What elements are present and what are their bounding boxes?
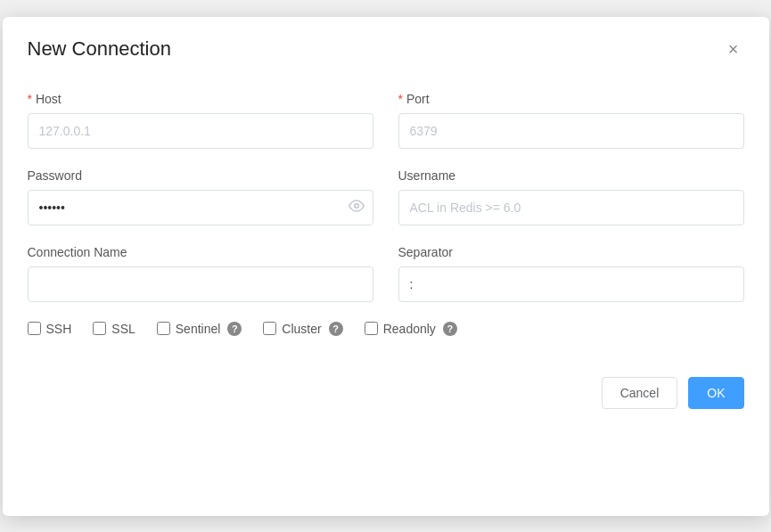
dialog-header: New Connection × bbox=[3, 17, 769, 76]
host-input[interactable] bbox=[28, 113, 373, 149]
new-connection-dialog: New Connection × * Host * Port bbox=[3, 17, 769, 516]
ssl-label: SSL bbox=[111, 322, 135, 336]
close-button[interactable]: × bbox=[723, 37, 744, 61]
cluster-label: Cluster bbox=[282, 322, 321, 336]
checkboxes-row: SSH SSL Sentinel ? Cluster ? Readonly ? bbox=[28, 322, 744, 336]
port-label: * Port bbox=[398, 92, 744, 106]
dialog-footer: Cancel OK bbox=[3, 366, 769, 425]
ok-button[interactable]: OK bbox=[688, 377, 743, 409]
cancel-button[interactable]: Cancel bbox=[602, 377, 678, 409]
password-username-row: Password Username bbox=[28, 168, 744, 225]
port-group: * Port bbox=[398, 92, 744, 149]
ssl-checkbox-item[interactable]: SSL bbox=[93, 322, 135, 336]
host-port-row: * Host * Port bbox=[28, 92, 744, 149]
cluster-checkbox-item[interactable]: Cluster ? bbox=[263, 322, 342, 336]
password-input[interactable] bbox=[28, 190, 373, 225]
dialog-title: New Connection bbox=[28, 37, 171, 61]
sentinel-checkbox[interactable] bbox=[157, 322, 170, 335]
sentinel-checkbox-item[interactable]: Sentinel ? bbox=[157, 322, 242, 336]
readonly-checkbox-item[interactable]: Readonly ? bbox=[365, 322, 457, 336]
separator-group: Separator bbox=[398, 245, 744, 302]
sentinel-help-icon[interactable]: ? bbox=[227, 322, 242, 336]
svg-point-0 bbox=[354, 203, 358, 208]
readonly-label: Readonly bbox=[383, 322, 436, 336]
connection-name-input[interactable] bbox=[28, 266, 373, 302]
host-required-star: * bbox=[28, 92, 32, 106]
host-group: * Host bbox=[28, 92, 373, 149]
toggle-password-icon[interactable] bbox=[349, 198, 365, 217]
ssh-checkbox-item[interactable]: SSH bbox=[28, 322, 72, 336]
connection-name-label: Connection Name bbox=[28, 245, 373, 259]
username-label: Username bbox=[398, 168, 744, 183]
connection-name-group: Connection Name bbox=[28, 245, 373, 302]
password-input-wrapper bbox=[28, 190, 373, 225]
username-group: Username bbox=[398, 168, 744, 225]
separator-input[interactable] bbox=[398, 266, 744, 302]
cluster-checkbox[interactable] bbox=[263, 322, 276, 335]
password-label: Password bbox=[28, 168, 373, 183]
ssh-checkbox[interactable] bbox=[28, 322, 41, 335]
port-required-star: * bbox=[398, 92, 403, 106]
dialog-body: * Host * Port Password bbox=[3, 76, 769, 366]
ssl-checkbox[interactable] bbox=[93, 322, 106, 335]
username-input[interactable] bbox=[398, 190, 744, 225]
cluster-help-icon[interactable]: ? bbox=[329, 322, 343, 336]
sentinel-label: Sentinel bbox=[176, 322, 221, 336]
ssh-label: SSH bbox=[46, 322, 72, 336]
host-label: * Host bbox=[28, 92, 373, 106]
readonly-checkbox[interactable] bbox=[365, 322, 378, 335]
password-group: Password bbox=[28, 168, 373, 225]
port-input[interactable] bbox=[398, 113, 744, 149]
connection-name-separator-row: Connection Name Separator bbox=[28, 245, 744, 302]
separator-label: Separator bbox=[398, 245, 744, 259]
readonly-help-icon[interactable]: ? bbox=[443, 322, 457, 336]
